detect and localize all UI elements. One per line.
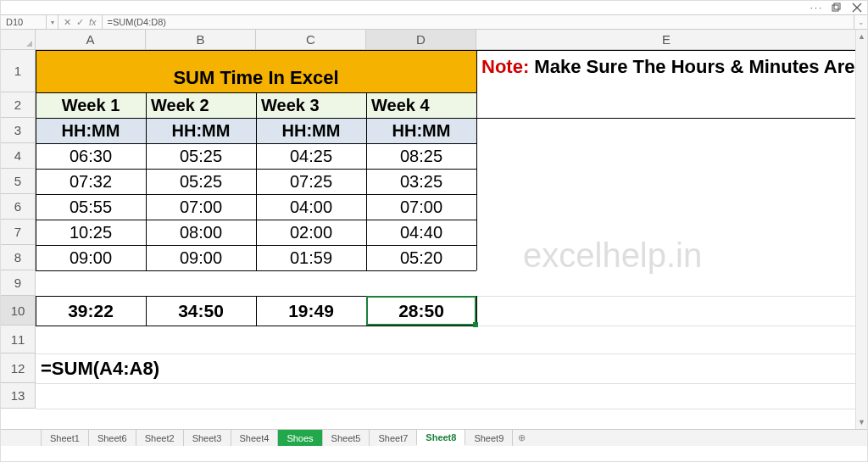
vertical-scrollbar[interactable]: ▲ ▼	[855, 30, 867, 429]
col-header-A[interactable]: A	[36, 30, 146, 50]
cell-A12[interactable]: =SUM(A4:A8)	[36, 353, 290, 383]
sheet-tab[interactable]: Sheet9	[465, 430, 513, 446]
cell-D7[interactable]: 04:40	[366, 220, 476, 245]
sheet-tab[interactable]: Shoes	[277, 430, 322, 446]
cell-title[interactable]: SUM Time In Excel	[36, 50, 476, 92]
cell-C7[interactable]: 02:00	[256, 220, 366, 245]
row-header-9[interactable]: 9	[1, 270, 36, 296]
scroll-up-icon[interactable]: ▲	[858, 32, 865, 41]
cell-C6[interactable]: 04:00	[256, 194, 366, 220]
cell-A5[interactable]: 07:32	[36, 169, 146, 194]
note-text: Make Sure The Hours & Minutes Are In Pro…	[529, 56, 868, 77]
cell-C5[interactable]: 07:25	[256, 169, 366, 194]
fx-icon[interactable]: fx	[89, 17, 97, 27]
svg-rect-1	[834, 3, 840, 9]
col-header-C[interactable]: C	[256, 30, 366, 50]
cell-D4[interactable]: 08:25	[366, 143, 476, 169]
cell-B2[interactable]: Week 2	[146, 92, 256, 118]
formula-bar: D10 ▾ ✕ ✓ fx =SUM(D4:D8) ⌄	[1, 14, 867, 30]
row-header-3[interactable]: 3	[1, 118, 36, 143]
sheet-tab[interactable]: Sheet2	[136, 430, 184, 446]
col-header-D[interactable]: D	[366, 30, 476, 50]
svg-rect-0	[832, 5, 838, 11]
note-label: Note:	[481, 56, 529, 77]
col-header-E[interactable]: E	[476, 30, 857, 50]
new-sheet-icon[interactable]: ⊕	[513, 430, 530, 446]
cell-D5[interactable]: 03:25	[366, 169, 476, 194]
cell-D8[interactable]: 05:20	[366, 245, 476, 270]
cell-E1[interactable]: Note: Make Sure The Hours & Minutes Are …	[476, 50, 857, 118]
row-header-5[interactable]: 5	[1, 169, 36, 194]
cell-A8[interactable]: 09:00	[36, 245, 146, 270]
restore-icon[interactable]	[830, 2, 843, 14]
cell-B8[interactable]: 09:00	[146, 245, 256, 270]
cancel-formula-icon[interactable]: ✕	[64, 17, 71, 28]
cell-B7[interactable]: 08:00	[146, 220, 256, 245]
cell-A3[interactable]: HH:MM	[36, 118, 146, 143]
name-box[interactable]: D10	[1, 15, 47, 29]
sheet-tab[interactable]: Sheet5	[322, 430, 370, 446]
watermark: excelhelp.in	[523, 237, 702, 275]
sheet-tab[interactable]: Sheet4	[231, 430, 279, 446]
name-box-dropdown-icon[interactable]: ▾	[47, 15, 58, 29]
col-header-B[interactable]: B	[146, 30, 256, 50]
select-all-corner[interactable]	[1, 30, 36, 50]
sheet-tab[interactable]: Sheet3	[183, 430, 231, 446]
title-bar: ···	[1, 1, 867, 14]
accept-formula-icon[interactable]: ✓	[76, 17, 84, 28]
spreadsheet-grid[interactable]: A B C D E 1 2 3 4 5 6 7 8 9 10 11 12 13	[1, 30, 867, 446]
cell-A2[interactable]: Week 1	[36, 92, 146, 118]
row-header-10[interactable]: 10	[1, 296, 36, 326]
cell-B3[interactable]: HH:MM	[146, 118, 256, 143]
cell-C10[interactable]: 19:49	[256, 296, 366, 326]
sheet-tab-active[interactable]: Sheet8	[416, 430, 465, 446]
cell-C2[interactable]: Week 3	[256, 92, 366, 118]
row-header-7[interactable]: 7	[1, 220, 36, 245]
sheet-tab[interactable]: Sheet7	[369, 430, 417, 446]
cell-D6[interactable]: 07:00	[366, 194, 476, 220]
row-header-11[interactable]: 11	[1, 326, 36, 353]
cell-A4[interactable]: 06:30	[36, 143, 146, 169]
more-icon[interactable]: ···	[810, 3, 823, 13]
formula-input[interactable]: =SUM(D4:D8)	[103, 15, 854, 29]
cell-B5[interactable]: 05:25	[146, 169, 256, 194]
row-header-12[interactable]: 12	[1, 353, 36, 383]
cell-D2[interactable]: Week 4	[366, 92, 476, 118]
cell-A7[interactable]: 10:25	[36, 220, 146, 245]
cell-C4[interactable]: 04:25	[256, 143, 366, 169]
cell-C3[interactable]: HH:MM	[256, 118, 366, 143]
cell-D3[interactable]: HH:MM	[366, 118, 476, 143]
scroll-down-icon[interactable]: ▼	[858, 418, 865, 426]
sheet-tab[interactable]: Sheet1	[41, 430, 89, 446]
row-header-6[interactable]: 6	[1, 194, 36, 220]
row-header-2[interactable]: 2	[1, 92, 36, 118]
cell-A10[interactable]: 39:22	[36, 296, 146, 326]
cell-B6[interactable]: 07:00	[146, 194, 256, 220]
row-header-1[interactable]: 1	[1, 50, 36, 92]
expand-formula-bar-icon[interactable]: ⌄	[854, 15, 867, 29]
sheet-tabs-bar: Sheet1 Sheet6 Sheet2 Sheet3 Sheet4 Shoes…	[1, 429, 867, 446]
row-header-4[interactable]: 4	[1, 143, 36, 169]
sheet-tab[interactable]: Sheet6	[88, 430, 136, 446]
cell-D10[interactable]: 28:50	[366, 296, 476, 326]
cell-A6[interactable]: 05:55	[36, 194, 146, 220]
row-header-8[interactable]: 8	[1, 245, 36, 270]
close-icon[interactable]	[850, 2, 864, 14]
cell-C8[interactable]: 01:59	[256, 245, 366, 270]
cell-B10[interactable]: 34:50	[146, 296, 256, 326]
cell-B4[interactable]: 05:25	[146, 143, 256, 169]
row-header-13[interactable]: 13	[1, 383, 36, 409]
